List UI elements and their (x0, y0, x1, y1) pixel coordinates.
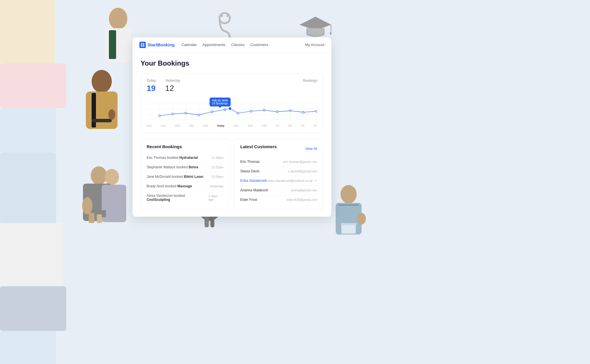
svg-point-3 (226, 15, 229, 17)
svg-point-60 (237, 112, 239, 114)
chart-svg (147, 98, 317, 122)
logo-text: StartBooking (148, 42, 175, 47)
chart-label-today: Today (217, 124, 224, 127)
svg-point-53 (159, 115, 160, 117)
customer-name-3[interactable]: Erika Standervelt (240, 179, 266, 183)
svg-point-26 (341, 185, 357, 203)
app-window: StartBooking Calendar Appointments Class… (133, 37, 331, 217)
customers-title: Latest Customers (240, 144, 277, 149)
svg-point-2 (221, 15, 223, 17)
customer-name-4: Arianna Malakooti (240, 188, 268, 192)
svg-rect-32 (141, 43, 142, 45)
recent-bookings-panel: Recent Bookings Eric Thomas booked Hydra… (141, 139, 230, 210)
customer-item-5: Ester Frost ester.ft20@gmail.com (240, 195, 317, 204)
main-content: Your Bookings Today 19 Yesterday 12 Book… (133, 52, 331, 217)
bg-photo-bot-mid (0, 286, 66, 331)
customer-name-1: Eric Thomas (240, 160, 260, 164)
chart-label-2-28: 2/28 (262, 124, 267, 127)
svg-point-31 (357, 213, 366, 224)
svg-point-10 (92, 70, 112, 93)
booking-text-5: Alexa Vanderzon booked CoolSculpting (147, 194, 208, 202)
svg-point-59 (228, 107, 232, 110)
svg-point-7 (109, 8, 127, 30)
svg-rect-30 (341, 225, 356, 234)
bottom-row: Recent Bookings Eric Thomas booked Hydra… (141, 139, 323, 210)
chart-label-2-24: 2/24 (233, 124, 239, 127)
chart-label-2-12: 2/12 (147, 124, 152, 127)
customer-item-3[interactable]: Erika Standervelt erika.standervelt@outl… (240, 176, 317, 186)
booking-time-1: 12:38pm (211, 156, 224, 159)
chart-label-3-5: 3/5 (301, 124, 305, 127)
booking-service-1: Hydrafacial (179, 156, 198, 160)
stats-row: Today 19 Yesterday 12 Bookings (147, 79, 317, 93)
svg-point-0 (220, 13, 230, 23)
chart-label-3-3: 3/3 (288, 124, 292, 127)
svg-point-54 (172, 113, 173, 115)
customers-panel: Latest Customers View All Eric Thomas er… (234, 139, 323, 210)
booking-service-5: CoolSculpting (147, 198, 170, 202)
nav-classes[interactable]: Classes (231, 41, 244, 48)
svg-rect-28 (339, 204, 359, 206)
person-photo-2 (74, 66, 129, 135)
yesterday-value: 12 (165, 84, 180, 93)
customer-item-2: Stasia Davis s.davis8@gmail.com (240, 167, 317, 176)
booking-time-2: 12:32pm (211, 165, 224, 169)
chart-label-2-26: 2/26 (247, 124, 253, 127)
chart-container: Feb 22, 2019 19 Bookings (147, 98, 317, 129)
booking-item-4: Brady Nord booked Massage Yesterday (147, 182, 224, 191)
svg-point-16 (105, 169, 119, 185)
stat-yesterday: Yesterday 12 (165, 79, 180, 93)
nav-appointments[interactable]: Appointments (203, 41, 226, 48)
customer-email-1: eric.thomas@gmail.com (283, 160, 317, 163)
svg-point-65 (302, 111, 304, 113)
svg-point-21 (82, 197, 92, 214)
bookings-chart-label: Bookings (303, 79, 317, 83)
today-label: Today (147, 79, 156, 83)
tooltip-count: 19 Bookings (212, 102, 228, 105)
svg-rect-22 (102, 210, 106, 217)
customer-email-4: ariana@gmail.com (291, 188, 317, 192)
svg-point-58 (224, 109, 226, 110)
chart-label-3-1: 3/1 (276, 124, 279, 127)
customers-panel-header: Latest Customers View All (240, 144, 317, 153)
svg-point-14 (108, 109, 115, 120)
booking-service-3: Bikini Laser (184, 175, 203, 179)
view-all-link[interactable]: View All (305, 147, 317, 151)
booking-time-5: 2 days ago (208, 194, 224, 201)
nav-calendar[interactable]: Calendar (181, 41, 197, 48)
logo[interactable]: StartBooking (139, 42, 175, 48)
my-account-link[interactable]: My Account (305, 43, 324, 47)
svg-rect-29 (341, 223, 357, 225)
bg-photo-bot-right (0, 331, 56, 364)
svg-point-57 (211, 111, 213, 113)
bg-photo-top-right (0, 108, 56, 153)
navbar: StartBooking Calendar Appointments Class… (133, 37, 331, 52)
stats-chart-card: Today 19 Yesterday 12 Bookings Feb 22, 2… (141, 73, 323, 133)
chart-label-2-20: 2/20 (203, 124, 208, 127)
bg-photo-top-left (0, 0, 55, 63)
booking-time-4: Yesterday (209, 184, 224, 188)
svg-point-64 (289, 110, 291, 112)
booking-service-2: Botox (189, 165, 198, 169)
customer-item-4: Arianna Malakooti ariana@gmail.com (240, 186, 317, 195)
booking-item-3: Jane McDonald booked Bikini Laser 12:09p… (147, 172, 224, 182)
chart-label-3-7: 3/7 (313, 124, 317, 127)
bg-photo-top-mid (0, 63, 66, 108)
page-title: Your Bookings (141, 59, 323, 67)
booking-time-3: 12:09pm (211, 175, 224, 178)
booking-item-1: Eric Thomas booked Hydrafacial 12:38pm (147, 153, 224, 163)
customer-item-1: Eric Thomas eric.thomas@gmail.com (240, 157, 317, 167)
svg-rect-9 (109, 30, 116, 59)
svg-point-56 (198, 114, 200, 116)
logo-icon (139, 42, 146, 48)
nav-customers[interactable]: Customers (250, 41, 268, 48)
person-photo-3 (74, 161, 138, 227)
customer-email-3: erika.standervelt@outlook.co.uk (267, 179, 313, 182)
svg-point-66 (315, 110, 317, 112)
booking-item-2: Stephanie Wallace booked Botox 12:32pm (147, 163, 224, 172)
svg-point-61 (250, 110, 252, 112)
svg-point-15 (91, 166, 107, 185)
customer-name-5: Ester Frost (240, 198, 257, 202)
tooltip-date: Feb 22, 2019 (212, 99, 228, 102)
chart-x-labels: 2/12 2/14 2/16 2/18 2/20 Today 2/24 2/26… (147, 123, 317, 127)
